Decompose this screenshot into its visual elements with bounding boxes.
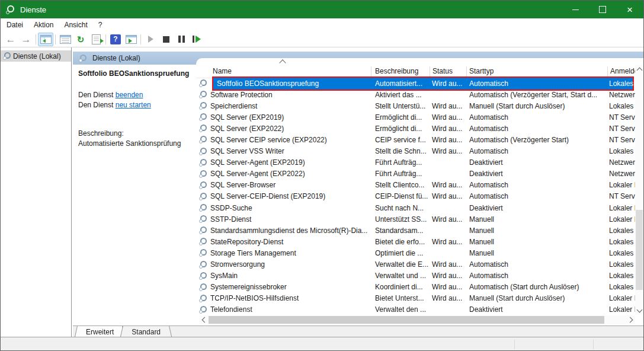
menu-datei[interactable]: Datei: [1, 18, 28, 31]
maximize-button[interactable]: [589, 1, 616, 18]
table-row[interactable]: TCP/IP-NetBIOS-Hilfsdienst Bietet Unters…: [196, 293, 635, 304]
tree-item-dienste-lokal[interactable]: Dienste (Lokal): [1, 50, 71, 62]
table-row[interactable]: Speicherdienst Stellt Unterstü... Wird a…: [196, 100, 635, 111]
vertical-scroll-thumb[interactable]: [636, 210, 643, 290]
tab-standard[interactable]: Standard: [123, 326, 169, 338]
table-row[interactable]: Stromversorgung Verwaltet die E... Wird …: [196, 259, 635, 270]
back-button[interactable]: ←: [3, 33, 18, 46]
forward-button[interactable]: →: [18, 33, 34, 46]
table-row[interactable]: SQL Server (EXP2022) Ermöglicht di... Wi…: [196, 123, 635, 134]
horizontal-scrollbar[interactable]: [200, 315, 635, 324]
stop-service-link[interactable]: beenden: [116, 91, 143, 99]
refresh-button[interactable]: ↻: [73, 33, 88, 46]
cell-beschreibung: Standardsam...: [371, 226, 430, 235]
cell-starttyp: Deaktiviert: [466, 158, 607, 167]
vertical-scrollbar[interactable]: [635, 65, 643, 315]
column-separator[interactable]: [466, 66, 467, 76]
table-row[interactable]: SQL Server (EXP2019) Ermöglicht di... Wi…: [196, 111, 635, 123]
pause-service-button[interactable]: [174, 33, 189, 46]
stop-service-button[interactable]: [158, 33, 174, 46]
cell-beschreibung: Optimiert die ...: [371, 249, 430, 257]
scroll-right-button[interactable]: [627, 315, 635, 324]
help-button[interactable]: ?: [108, 33, 123, 46]
toolbar-separator: [36, 34, 36, 44]
column-separator[interactable]: [607, 66, 608, 76]
table-row[interactable]: SQL Server-CEIP-Dienst (EXP2019) CEIP-Di…: [196, 191, 635, 202]
table-row[interactable]: Standardsammlungsdienst des Microsoft(R)…: [196, 225, 635, 236]
column-separator[interactable]: [371, 66, 371, 76]
table-row[interactable]: SysMain Verwaltet und ... Wird au... Aut…: [196, 270, 635, 282]
table-row[interactable]: SQL Server-Browser Stellt Clientco... Wi…: [196, 180, 635, 191]
selected-service-title: Softfolio BEOSanktionspruefung: [78, 69, 196, 78]
menu-aktion[interactable]: Aktion: [28, 18, 59, 31]
cell-starttyp: Deaktiviert: [466, 170, 607, 178]
cell-name: SQL Server-CEIP-Dienst (EXP2019): [196, 192, 371, 200]
cell-beschreibung: CEIP service f...: [371, 136, 430, 144]
table-row[interactable]: SQL Server VSS Writer Stellt die Schn...…: [196, 146, 635, 157]
cell-anmelden: Lokaler Die: [607, 181, 635, 189]
cell-starttyp: Manuell (Start durch Auslöser): [466, 294, 607, 302]
cell-starttyp: Automatisch: [466, 272, 607, 280]
cell-starttyp: Automatisch (Verzögerter Start, Start d.…: [466, 91, 607, 99]
column-separator[interactable]: [430, 66, 430, 76]
table-row[interactable]: SSTP-Dienst Unterstützt SS... Wird au...…: [196, 213, 635, 225]
cell-starttyp: Automatisch: [466, 125, 607, 133]
start-service-button[interactable]: [143, 33, 158, 46]
cell-starttyp: Manuell (Start durch Auslöser): [466, 102, 607, 110]
cell-starttyp: Automatisch (Verzögerter Start): [466, 136, 607, 144]
menu-hilfe[interactable]: ?: [93, 18, 108, 31]
console-tree-panel: Dienste (Lokal): [1, 47, 72, 337]
titlebar: Dienste ×: [1, 1, 643, 18]
table-row[interactable]: Systemereignissebroker Koordiniert di...…: [196, 282, 635, 293]
column-header-status[interactable]: Status: [432, 67, 453, 75]
table-row[interactable]: Storage Tiers Management Optimiert die .…: [196, 247, 635, 259]
scroll-up-button[interactable]: [635, 65, 643, 74]
cell-anmelden: Netzwerkd: [607, 158, 635, 167]
cell-name: SysMain: [196, 272, 371, 280]
tab-erweitert-label: Erweitert: [86, 328, 114, 336]
restart-service-button[interactable]: [189, 33, 204, 46]
cell-anmelden: Lokales Sys: [607, 147, 635, 155]
table-row[interactable]: SQL Server-Agent (EXP2022) Führt Aufträg…: [196, 168, 635, 180]
cell-anmelden: Lokaler Die: [607, 215, 635, 224]
services-gear-icon: [3, 52, 11, 60]
minimize-button[interactable]: [562, 1, 589, 18]
cell-beschreibung: Unterstützt SS...: [371, 215, 430, 224]
description-text: Automatisierte Sanktionsprüfung: [78, 139, 196, 148]
table-row[interactable]: StateRepository-Dienst Bietet die erfo..…: [196, 236, 635, 247]
restart-service-link[interactable]: neu starten: [116, 101, 151, 109]
horizontal-scroll-thumb[interactable]: [209, 316, 604, 324]
cell-status: Wird au...: [430, 113, 466, 122]
table-row[interactable]: SQL Server CEIP service (EXP2022) CEIP s…: [196, 134, 635, 145]
show-action-pane-button[interactable]: [123, 33, 139, 46]
cell-beschreibung: Automatisiert...: [371, 79, 430, 88]
minimize-icon: [572, 9, 579, 10]
close-button[interactable]: ×: [616, 1, 643, 18]
column-header-beschreibung[interactable]: Beschreibung: [375, 67, 418, 75]
scroll-down-button[interactable]: [635, 306, 643, 315]
stop-service-line: Den Dienst beenden: [78, 91, 196, 99]
export-list-button[interactable]: [88, 33, 104, 46]
table-row[interactable]: SQL Server-Agent (EXP2019) Führt Aufträg…: [196, 157, 635, 168]
cell-name: SQL Server (EXP2022): [196, 125, 371, 133]
table-row[interactable]: Telefondienst Verwaltet den ... Deaktivi…: [196, 304, 635, 315]
show-console-tree-button[interactable]: [38, 33, 53, 46]
column-header-name[interactable]: Name: [213, 67, 232, 75]
stop-service-prefix: Den Dienst: [78, 91, 116, 99]
cell-anmelden: NT Service: [607, 192, 635, 200]
table-row[interactable]: Softfolio BEOSanktionspruefung Automatis…: [196, 78, 635, 89]
table-row[interactable]: Software Protection Aktiviert das ... Au…: [196, 89, 635, 100]
properties-button[interactable]: [57, 33, 73, 46]
tab-erweitert[interactable]: Erweitert: [77, 326, 123, 338]
cell-starttyp: Automatisch: [466, 260, 607, 269]
cell-anmelden: Lokales Sys: [607, 260, 635, 269]
cell-beschreibung: Bietet Unterst...: [371, 294, 430, 302]
menu-ansicht[interactable]: Ansicht: [59, 18, 92, 31]
status-bar-divider: [514, 340, 515, 349]
cell-name: TCP/IP-NetBIOS-Hilfsdienst: [196, 294, 371, 302]
back-arrow-icon: ←: [6, 34, 16, 44]
column-header-starttyp[interactable]: Starttyp: [469, 67, 494, 75]
scroll-left-button[interactable]: [200, 315, 208, 324]
cell-anmelden: NT Service: [607, 136, 635, 144]
table-row[interactable]: SSDP-Suche Sucht nach N... Deaktiviert L…: [196, 202, 635, 213]
